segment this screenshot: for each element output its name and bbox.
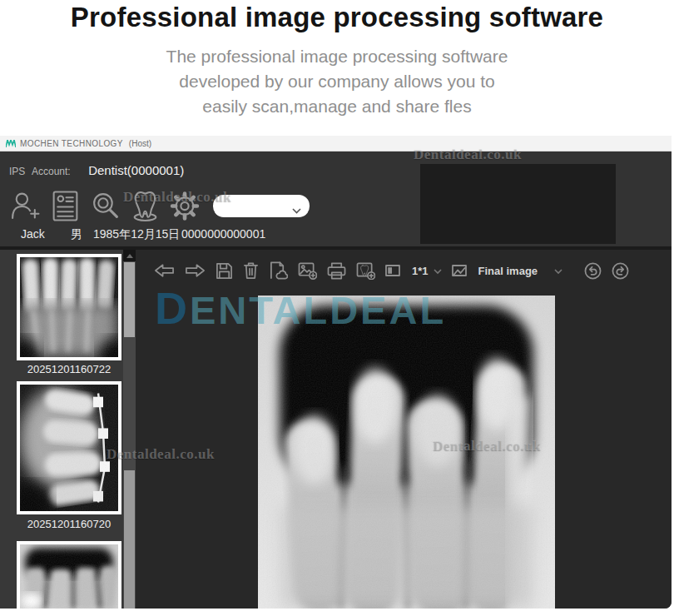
capture-tooth-icon[interactable] [356,262,375,280]
image-export-icon[interactable] [298,262,317,280]
scrollbar-up-button[interactable] [123,250,136,261]
sidebar-scrollbar[interactable] [123,250,136,609]
patient-gender: 男 [71,227,82,242]
page-subtitle: The professional image processing softwa… [0,44,674,119]
worklist-dropdown[interactable] [213,195,310,217]
patient-record-icon[interactable] [45,187,85,224]
settings-gear-icon[interactable] [165,187,205,224]
image-mode-chevron-icon[interactable] [554,263,562,278]
image-mode-icon[interactable] [452,265,467,276]
chevron-down-icon [292,202,301,217]
subtitle-line: The professional image processing softwa… [0,44,674,69]
hero-section: Professional image processing software T… [0,0,674,119]
layout-icon[interactable] [385,265,400,276]
account-row: IPS Account: Dentist(0000001) [9,163,184,178]
patient-id: 0000000000001 [181,227,265,241]
subtitle-line: easily scan,manage and share fles [0,94,674,119]
scrollbar-lower-track[interactable] [124,470,135,609]
thumbnail-1-label: 20251201160722 [17,363,121,375]
account-label: IPS Account: [9,166,71,177]
patient-name: Jack [21,227,45,241]
account-value: Dentist(0000001) [88,163,184,177]
back-icon[interactable] [154,263,175,278]
image-mode-value: Final image [478,265,538,277]
app-logo-icon [6,136,16,151]
redo-icon[interactable] [612,262,629,280]
viewer-area: 1*1 Final image [136,250,672,609]
delete-icon[interactable] [243,261,259,280]
scrollbar-thumb[interactable] [124,262,135,337]
print-icon[interactable] [327,262,346,280]
page-title: Professional image processing software [0,0,674,33]
undo-icon[interactable] [584,262,602,280]
thumbnail-sidebar: 20251201160722 [0,250,123,609]
tooth-scan-icon[interactable] [125,187,165,224]
subtitle-line: developed by our company allows you to [0,69,674,94]
viewer-toolbar: 1*1 Final image [136,253,672,288]
patient-info-row: Jack 男 1985年12月15日 0000000000001 [0,227,672,244]
save-icon[interactable] [216,262,233,280]
layout-value: 1*1 [412,265,429,277]
report-export-icon[interactable] [269,261,288,280]
xray-main-image[interactable] [258,296,555,609]
window-title: MOCHEN TECHNOLOGY [20,139,123,148]
window-titlebar: MOCHEN TECHNOLOGY (Host) [0,136,672,152]
search-icon[interactable] [85,187,125,224]
thumbnail-2-label: 20251201160720 [17,518,121,530]
window-host-label: (Host) [129,139,151,148]
xray-thumbnail-1[interactable] [17,254,121,360]
content-area: 20251201160722 [0,250,672,609]
layout-chevron-icon[interactable] [434,263,442,278]
forward-icon[interactable] [185,263,206,278]
patient-toolbar [5,187,310,224]
app-window: MOCHEN TECHNOLOGY (Host) IPS Account: De… [0,136,672,609]
xray-thumbnail-3[interactable] [17,541,121,609]
patient-birthdate: 1985年12月15日 [93,227,180,242]
xray-thumbnail-2[interactable] [17,381,121,514]
add-patient-icon[interactable] [5,187,45,224]
